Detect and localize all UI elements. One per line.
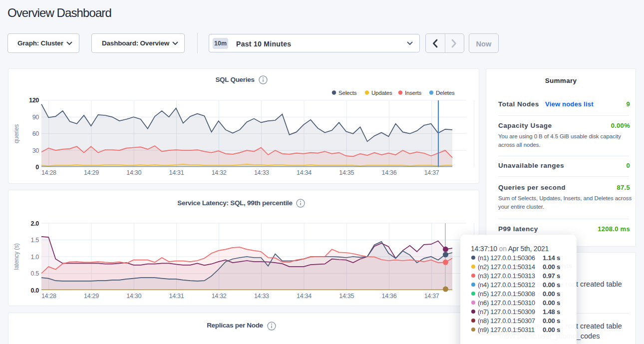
svg-text:14:37: 14:37 [424,169,439,176]
svg-text:2.0: 2.0 [31,220,39,227]
svg-text:14:36: 14:36 [382,293,397,300]
svg-text:14:34: 14:34 [297,169,312,176]
svg-text:Selects: Selects [338,90,357,96]
svg-text:14:29: 14:29 [84,169,99,176]
svg-text:latency (s): latency (s) [13,243,20,270]
svg-text:0: 0 [35,164,39,171]
svg-text:14:29: 14:29 [84,293,99,300]
svg-text:14:32: 14:32 [212,169,227,176]
svg-text:Inserts: Inserts [405,90,422,96]
svg-text:Updates: Updates [371,90,392,96]
svg-text:14:31: 14:31 [169,169,184,176]
svg-text:60: 60 [32,130,39,137]
svg-text:14:31: 14:31 [169,293,184,300]
svg-text:120: 120 [29,97,39,104]
svg-text:queries: queries [13,124,20,143]
svg-text:30: 30 [32,147,39,154]
svg-text:14:36: 14:36 [382,169,397,176]
svg-text:90: 90 [32,114,39,121]
svg-text:14:35: 14:35 [339,293,354,300]
svg-text:14:35: 14:35 [339,169,354,176]
svg-text:14:28: 14:28 [41,169,56,176]
svg-text:14:32: 14:32 [212,293,227,300]
svg-text:14:28: 14:28 [41,293,56,300]
svg-text:14:30: 14:30 [126,293,141,300]
svg-text:0.0: 0.0 [31,287,39,294]
svg-text:14:30: 14:30 [126,169,141,176]
svg-text:14:34: 14:34 [297,293,312,300]
svg-text:0.5: 0.5 [31,270,39,277]
svg-text:1.0: 1.0 [31,254,39,261]
svg-text:Deletes: Deletes [436,90,455,96]
svg-text:14:33: 14:33 [254,169,269,176]
svg-text:14:33: 14:33 [254,293,269,300]
svg-text:1.5: 1.5 [31,237,39,244]
svg-text:14:37: 14:37 [424,293,439,300]
